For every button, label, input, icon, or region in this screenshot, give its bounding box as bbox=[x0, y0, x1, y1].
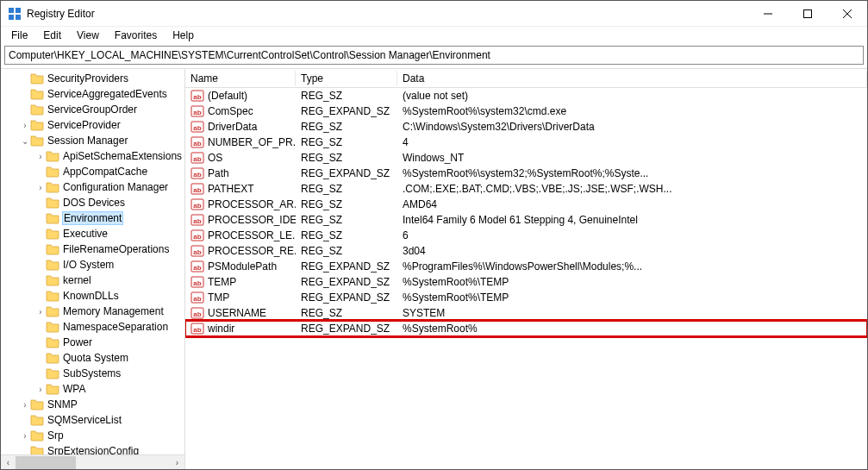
value-row[interactable]: abUSERNAMEREG_SZSYSTEM bbox=[185, 305, 867, 321]
value-data: 6 bbox=[397, 229, 867, 241]
value-row[interactable]: abTEMPREG_EXPAND_SZ%SystemRoot%\TEMP bbox=[185, 274, 867, 290]
string-value-icon: ab bbox=[190, 197, 204, 211]
value-row[interactable]: abComSpecREG_EXPAND_SZ%SystemRoot%\syste… bbox=[185, 103, 867, 119]
value-name: PROCESSOR_AR... bbox=[208, 198, 296, 210]
tree-item-label: Quota System bbox=[63, 352, 128, 364]
tree-item[interactable]: Power bbox=[1, 335, 184, 350]
tree-item-label: Session Manager bbox=[47, 135, 128, 147]
tree-item[interactable]: I/O System bbox=[1, 257, 184, 273]
maximize-button[interactable] bbox=[788, 1, 827, 26]
scroll-thumb[interactable] bbox=[16, 456, 76, 469]
value-row[interactable]: abPROCESSOR_IDE...REG_SZIntel64 Family 6… bbox=[185, 212, 867, 228]
expander-closed-icon[interactable]: › bbox=[35, 183, 46, 192]
list-body[interactable]: ab(Default)REG_SZ(value not set)abComSpe… bbox=[185, 88, 867, 469]
close-button[interactable] bbox=[827, 1, 867, 26]
value-row[interactable]: abNUMBER_OF_PR...REG_SZ4 bbox=[185, 135, 867, 150]
folder-icon bbox=[30, 87, 44, 101]
folder-icon bbox=[46, 367, 59, 380]
scroll-right-arrow-icon[interactable]: › bbox=[170, 455, 184, 470]
menu-view[interactable]: View bbox=[70, 28, 106, 42]
value-row[interactable]: abDriverDataREG_SZC:\Windows\System32\Dr… bbox=[185, 119, 867, 135]
svg-rect-5 bbox=[804, 9, 812, 17]
expander-closed-icon[interactable]: › bbox=[35, 385, 46, 394]
string-value-icon: ab bbox=[190, 151, 204, 165]
tree-horizontal-scrollbar[interactable]: ‹› bbox=[1, 454, 184, 469]
tree-item[interactable]: NamespaceSeparation bbox=[1, 319, 184, 335]
tree-item[interactable]: KnownDLLs bbox=[1, 288, 184, 304]
value-name-cell: ab(Default) bbox=[185, 89, 296, 103]
value-name: (Default) bbox=[208, 90, 247, 102]
key-tree[interactable]: SecurityProvidersServiceAggregatedEvents… bbox=[1, 69, 185, 469]
tree-item[interactable]: SubSystems bbox=[1, 366, 184, 381]
tree-item[interactable]: ›SNMP bbox=[1, 397, 184, 412]
tree-item[interactable]: FileRenameOperations bbox=[1, 241, 184, 257]
tree-item[interactable]: ⌄Session Manager bbox=[1, 133, 184, 148]
value-row[interactable]: abPROCESSOR_LE...REG_SZ6 bbox=[185, 228, 867, 243]
folder-icon bbox=[30, 118, 44, 132]
column-name[interactable]: Name bbox=[185, 71, 296, 86]
tree-item[interactable]: ›ServiceProvider bbox=[1, 117, 184, 133]
window-title: Registry Editor bbox=[27, 8, 95, 20]
svg-text:ab: ab bbox=[193, 171, 201, 179]
expander-closed-icon[interactable]: › bbox=[20, 121, 30, 130]
value-row[interactable]: abPROCESSOR_AR...REG_SZAMD64 bbox=[185, 197, 867, 212]
address-bar[interactable]: Computer\HKEY_LOCAL_MACHINE\SYSTEM\Curre… bbox=[4, 46, 864, 65]
value-row[interactable]: abPROCESSOR_RE...REG_SZ3d04 bbox=[185, 243, 867, 259]
value-data: 4 bbox=[397, 136, 867, 148]
svg-text:ab: ab bbox=[193, 155, 201, 163]
value-row[interactable]: ab(Default)REG_SZ(value not set) bbox=[185, 88, 867, 103]
tree-item[interactable]: Quota System bbox=[1, 350, 184, 366]
value-row[interactable]: abPathREG_EXPAND_SZ%SystemRoot%\system32… bbox=[185, 166, 867, 181]
scroll-left-arrow-icon[interactable]: ‹ bbox=[1, 455, 16, 470]
tree-item[interactable]: ›Memory Management bbox=[1, 304, 184, 319]
tree-item[interactable]: ServiceGroupOrder bbox=[1, 102, 184, 117]
svg-text:ab: ab bbox=[193, 310, 201, 318]
value-row[interactable]: abOSREG_SZWindows_NT bbox=[185, 150, 867, 166]
tree-item-label: kernel bbox=[63, 274, 91, 286]
value-row[interactable]: abTMPREG_EXPAND_SZ%SystemRoot%\TEMP bbox=[185, 290, 867, 305]
tree-item-label: Executive bbox=[63, 228, 108, 240]
column-type[interactable]: Type bbox=[296, 71, 397, 86]
tree-item[interactable]: SQMServiceList bbox=[1, 412, 184, 428]
column-data[interactable]: Data bbox=[397, 71, 867, 86]
tree-item[interactable]: ›ApiSetSchemaExtensions bbox=[1, 148, 184, 164]
value-name-cell: abOS bbox=[185, 151, 296, 165]
value-name: PROCESSOR_IDE... bbox=[208, 214, 296, 226]
tree-item[interactable]: AppCompatCache bbox=[1, 164, 184, 179]
tree-item[interactable]: Environment bbox=[1, 210, 184, 226]
tree-item[interactable]: Executive bbox=[1, 226, 184, 241]
tree-item[interactable]: DOS Devices bbox=[1, 195, 184, 210]
expander-closed-icon[interactable]: › bbox=[35, 152, 46, 161]
value-type: REG_SZ bbox=[296, 307, 397, 319]
string-value-icon: ab bbox=[190, 182, 204, 196]
tree-item[interactable]: ›Srp bbox=[1, 428, 184, 443]
folder-icon bbox=[30, 134, 44, 147]
menu-edit[interactable]: Edit bbox=[36, 28, 68, 42]
value-row[interactable]: abwindirREG_EXPAND_SZ%SystemRoot% bbox=[185, 321, 867, 336]
menu-favorites[interactable]: Favorites bbox=[108, 28, 164, 42]
tree-item-label: Power bbox=[63, 336, 92, 348]
expander-open-icon[interactable]: ⌄ bbox=[20, 136, 30, 146]
value-type: REG_EXPAND_SZ bbox=[296, 167, 397, 179]
menu-help[interactable]: Help bbox=[165, 28, 201, 42]
tree-item-label: Srp bbox=[47, 429, 64, 442]
menu-file[interactable]: File bbox=[4, 28, 34, 42]
tree-item[interactable]: ›WPA bbox=[1, 381, 184, 397]
value-type: REG_EXPAND_SZ bbox=[296, 105, 397, 117]
value-row[interactable]: abPSModulePathREG_EXPAND_SZ%ProgramFiles… bbox=[185, 259, 867, 274]
value-type: REG_EXPAND_SZ bbox=[296, 276, 397, 288]
expander-closed-icon[interactable]: › bbox=[35, 307, 46, 316]
expander-closed-icon[interactable]: › bbox=[20, 400, 30, 410]
tree-item[interactable]: kernel bbox=[1, 273, 184, 288]
value-type: REG_EXPAND_SZ bbox=[296, 260, 397, 273]
folder-icon bbox=[30, 72, 44, 85]
tree-item-label: WPA bbox=[63, 383, 85, 395]
tree-item[interactable]: SecurityProviders bbox=[1, 71, 184, 86]
value-name: PATHEXT bbox=[208, 183, 254, 195]
tree-item[interactable]: ServiceAggregatedEvents bbox=[1, 86, 184, 102]
tree-item[interactable]: ›Configuration Manager bbox=[1, 179, 184, 195]
value-name-cell: abTMP bbox=[185, 291, 296, 304]
expander-closed-icon[interactable]: › bbox=[20, 431, 30, 441]
minimize-button[interactable] bbox=[748, 1, 788, 26]
value-row[interactable]: abPATHEXTREG_SZ.COM;.EXE;.BAT;.CMD;.VBS;… bbox=[185, 181, 867, 197]
